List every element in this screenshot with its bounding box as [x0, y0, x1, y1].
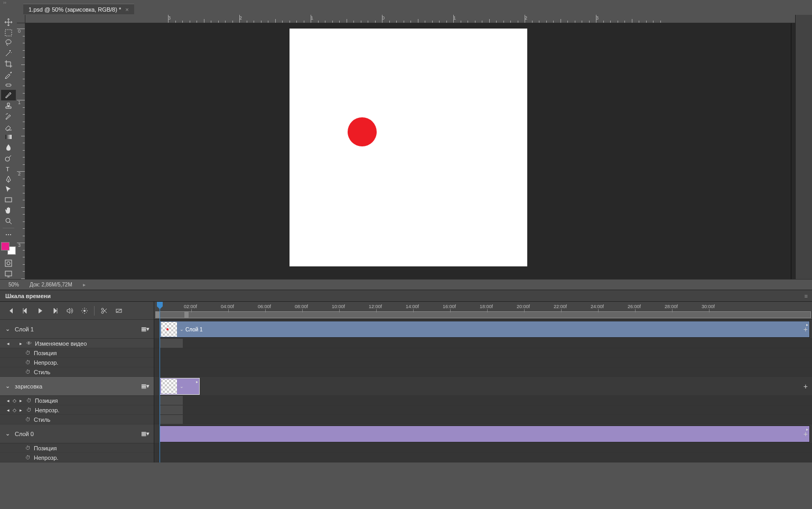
property-lane[interactable] — [154, 396, 812, 405]
next-frame-button[interactable] — [48, 304, 62, 317]
document-canvas[interactable] — [290, 29, 527, 266]
status-popup-icon[interactable]: ▸ — [83, 282, 86, 288]
property-lane[interactable] — [154, 358, 812, 367]
settings-button[interactable] — [77, 304, 92, 317]
clip-lane[interactable]: ⌄ ▸ + — [154, 377, 812, 396]
eyedropper-tool-icon[interactable] — [1, 69, 16, 80]
next-keyframe-icon[interactable]: ▸ — [18, 341, 23, 346]
property-lane[interactable] — [154, 339, 812, 348]
rectangle-tool-icon[interactable] — [1, 195, 16, 205]
stopwatch-icon[interactable]: ⏱ — [25, 417, 31, 422]
prev-frame-button[interactable] — [18, 304, 33, 317]
magic-wand-tool-icon[interactable] — [1, 48, 16, 59]
quick-mask-icon[interactable] — [1, 258, 16, 269]
stopwatch-icon[interactable]: ⏱ — [25, 455, 31, 460]
track-property-row[interactable]: ◂▸ 👁 Изменяемое видео — [0, 339, 154, 348]
stopwatch-icon[interactable]: ⏱ — [25, 350, 31, 356]
clip-end-icon[interactable]: ▸ — [196, 380, 198, 384]
doc-size-info[interactable]: Док: 2,86M/5,72M — [30, 282, 72, 288]
property-lane[interactable] — [154, 415, 812, 424]
clip-chevron-icon[interactable]: ⌄ — [180, 384, 184, 389]
add-keyframe-icon[interactable]: ◇ — [12, 408, 17, 413]
property-lane[interactable] — [154, 405, 812, 415]
screen-mode-icon[interactable] — [1, 269, 16, 279]
pen-tool-icon[interactable] — [1, 174, 16, 184]
path-select-tool-icon[interactable] — [1, 184, 16, 195]
property-lane[interactable] — [154, 453, 812, 462]
work-area-bar[interactable] — [155, 311, 811, 318]
stopwatch-icon[interactable]: ⏱ — [26, 397, 32, 403]
track-options-icon[interactable]: ▦▾ — [141, 430, 150, 437]
stopwatch-icon[interactable]: ⏱ — [25, 359, 31, 365]
zoom-level[interactable]: 50% — [8, 282, 19, 288]
timeline-tracks-area[interactable]: 02:00f04:00f06:00f08:00f10:00f12:00f14:0… — [154, 302, 812, 462]
clip-lane[interactable]: ▸ + — [154, 424, 812, 443]
color-swatch[interactable] — [1, 242, 16, 255]
play-button[interactable] — [33, 304, 48, 317]
marquee-tool-icon[interactable] — [1, 27, 16, 38]
track-options-icon[interactable]: ▦▾ — [141, 383, 150, 390]
type-tool-icon[interactable]: T — [1, 163, 16, 174]
property-lane[interactable] — [154, 348, 812, 358]
history-brush-tool-icon[interactable] — [1, 111, 16, 122]
prev-keyframe-icon[interactable]: ◂ — [5, 408, 11, 413]
move-tool-icon[interactable] — [1, 17, 16, 27]
track-header[interactable]: ⌄ Слой 1 ▦▾ — [0, 320, 154, 339]
track-header[interactable]: ⌄ Слой 0 ▦▾ — [0, 424, 154, 443]
clip-lane[interactable]: ⌄ Слой 1 ▸ + — [154, 320, 812, 339]
work-area-end-handle[interactable] — [184, 311, 189, 318]
lasso-tool-icon[interactable] — [1, 38, 16, 49]
gradient-tool-icon[interactable] — [1, 132, 16, 143]
go-to-start-button[interactable] — [3, 304, 18, 317]
hand-tool-icon[interactable] — [1, 205, 16, 216]
add-media-icon[interactable]: + — [804, 430, 808, 438]
stopwatch-icon[interactable]: ⏱ — [25, 369, 31, 375]
video-clip[interactable]: ▸ — [160, 425, 810, 442]
brush-tool-icon[interactable] — [1, 90, 16, 100]
crop-tool-icon[interactable] — [1, 59, 16, 69]
panels-dock[interactable] — [795, 15, 812, 279]
misc-tool-icon[interactable] — [1, 229, 16, 240]
prev-keyframe-icon[interactable]: ◂ — [5, 341, 11, 346]
expand-track-icon[interactable]: ⌄ — [5, 326, 12, 332]
stopwatch-icon[interactable]: ⏱ — [26, 407, 32, 413]
dodge-tool-icon[interactable] — [1, 153, 16, 163]
track-property-row[interactable]: ⏱Стиль — [0, 367, 154, 377]
close-tab-icon[interactable]: × — [125, 6, 128, 13]
track-property-row[interactable]: ◂◇▸⏱Позиция — [0, 396, 154, 405]
blur-tool-icon[interactable] — [1, 142, 16, 153]
split-clip-button[interactable] — [97, 304, 111, 317]
zoom-tool-icon[interactable] — [1, 216, 16, 226]
track-property-row[interactable]: ⏱Непрозр. — [0, 453, 154, 462]
track-property-row[interactable]: ⏱Позиция — [0, 348, 154, 358]
video-clip[interactable]: ⌄ Слой 1 ▸ — [160, 321, 810, 338]
healing-brush-tool-icon[interactable] — [1, 80, 16, 90]
stamp-tool-icon[interactable] — [1, 100, 16, 111]
video-clip[interactable]: ⌄ ▸ — [160, 378, 200, 395]
track-property-row[interactable]: ⏱Позиция — [0, 443, 154, 453]
track-property-row[interactable]: ◂◇▸⏱Непрозр. — [0, 405, 154, 415]
add-media-icon[interactable]: + — [804, 382, 808, 391]
canvas-area[interactable] — [25, 23, 791, 279]
stopwatch-icon[interactable]: ⏱ — [25, 445, 31, 451]
track-property-row[interactable]: ⏱Стиль — [0, 415, 154, 424]
document-tab[interactable]: 1.psd @ 50% (зарисовка, RGB/8) * × — [23, 4, 134, 14]
next-keyframe-icon[interactable]: ▸ — [18, 408, 23, 413]
expand-track-icon[interactable]: ⌄ — [5, 383, 12, 390]
add-media-icon[interactable]: + — [804, 325, 808, 334]
next-keyframe-icon[interactable]: ▸ — [18, 398, 23, 403]
property-lane[interactable] — [154, 367, 812, 377]
panel-menu-icon[interactable]: ≡ — [805, 293, 808, 299]
horizontal-ruler[interactable]: 3210123 — [25, 15, 795, 23]
visibility-icon[interactable]: 👁 — [26, 340, 32, 346]
timeline-panel-header[interactable]: Шкала времени ≡ — [0, 290, 812, 302]
track-property-row[interactable]: ⏱Непрозр. — [0, 358, 154, 367]
property-lane[interactable] — [154, 443, 812, 453]
eraser-tool-icon[interactable] — [1, 122, 16, 132]
audio-toggle-button[interactable] — [62, 304, 77, 317]
time-ruler[interactable]: 02:00f04:00f06:00f08:00f10:00f12:00f14:0… — [154, 302, 812, 320]
track-header[interactable]: ⌄ зарисовка ▦▾ — [0, 377, 154, 396]
prev-keyframe-icon[interactable]: ◂ — [5, 398, 11, 403]
vertical-ruler[interactable]: 0123 — [17, 23, 25, 279]
transition-button[interactable] — [111, 304, 126, 317]
